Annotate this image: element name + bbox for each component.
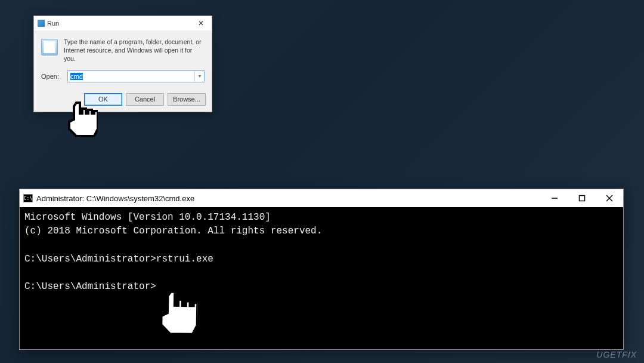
cmd-line: Microsoft Windows [Version 10.0.17134.11… (24, 212, 271, 223)
run-open-label: Open: (41, 73, 63, 80)
run-dialog-icon (41, 39, 58, 56)
ok-button[interactable]: OK (84, 93, 122, 106)
run-description: Type the name of a program, folder, docu… (64, 38, 205, 63)
cmd-titlebar[interactable]: C:\ Administrator: C:\Windows\system32\c… (20, 189, 623, 207)
close-button[interactable] (596, 189, 623, 207)
watermark: UGETFIX (596, 350, 637, 359)
cmd-terminal[interactable]: Microsoft Windows [Version 10.0.17134.11… (20, 207, 623, 349)
run-dropdown-button[interactable]: ▾ (194, 71, 204, 82)
maximize-button[interactable] (568, 189, 596, 207)
cmd-line: C:\Users\Administrator>rstrui.exe (24, 254, 213, 264)
svg-rect-1 (580, 196, 585, 201)
browse-button[interactable]: Browse... (168, 93, 206, 106)
cmd-app-icon: C:\ (23, 194, 33, 202)
cmd-window: C:\ Administrator: C:\Windows\system32\c… (19, 189, 624, 350)
cmd-line: (c) 2018 Microsoft Corporation. All righ… (24, 226, 322, 236)
cancel-button[interactable]: Cancel (126, 93, 164, 106)
run-titlebar[interactable]: Run ✕ (34, 16, 212, 30)
cmd-line: C:\Users\Administrator> (24, 281, 156, 292)
run-title-text: Run (47, 20, 59, 27)
run-app-icon (38, 20, 45, 27)
run-input-combobox[interactable]: ▾ (67, 70, 205, 82)
run-dialog: Run ✕ Type the name of a program, folder… (33, 16, 212, 112)
run-open-input[interactable] (68, 71, 194, 82)
cmd-title-text: Administrator: C:\Windows\system32\cmd.e… (36, 194, 194, 203)
minimize-button[interactable] (541, 189, 568, 207)
run-close-button[interactable]: ✕ (193, 18, 209, 29)
